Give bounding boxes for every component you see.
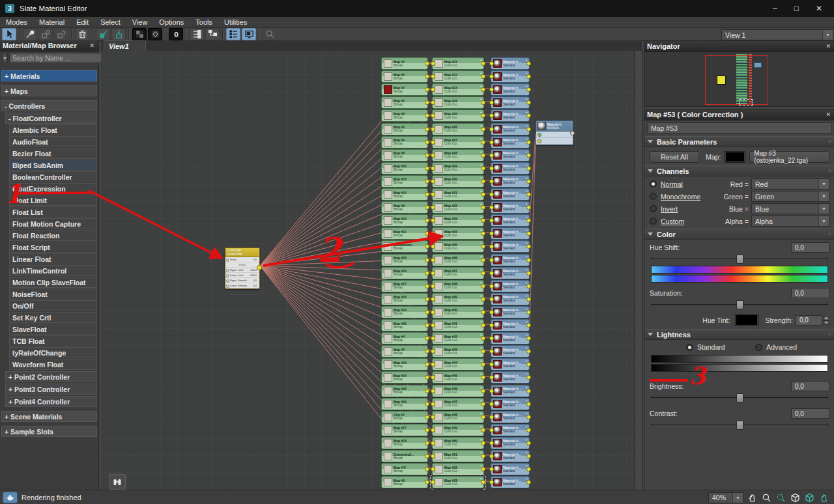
rollout-lightness[interactable]: Lightness ≡ [644,329,834,340]
browser-item-floatcontroller[interactable]: - FloatController [5,113,97,124]
node-color-correction[interactable]: Map #30Color Cor...+ [432,175,484,188]
node-graph-canvas[interactable]: Map #2BitmapMap #21Color Cor...+Material… [101,51,634,490]
node-material-standard[interactable]: Material #…Standard+ [491,306,530,318]
output-socket[interactable] [481,140,485,145]
node-material-standard[interactable]: Material #…Standard+ [491,463,530,475]
output-socket[interactable] [526,271,531,275]
output-socket[interactable] [526,428,531,432]
node-bitmap[interactable]: Map #11Bitmap [381,227,428,240]
output-socket[interactable] [526,441,531,445]
input-socket[interactable] [431,284,435,288]
channel-dropdown-alpha[interactable]: Alpha▼ [751,216,829,227]
browser-item-audiofloat[interactable]: AudioFloat [9,136,97,147]
output-socket[interactable] [481,441,485,445]
node-material-standard[interactable]: Material #…Standard+ [491,109,530,122]
node-bitmap[interactable]: Map #3Bitmap [381,123,428,135]
channel-dropdown-green[interactable]: Green▼ [751,191,829,202]
output-socket[interactable] [526,402,531,406]
node-color-correction[interactable]: Map #50Color Cor...+ [432,437,484,449]
output-socket[interactable] [526,127,531,132]
show-end-result-button[interactable] [148,28,162,40]
zoom-level-dropdown[interactable]: 40% ▼ [708,492,743,503]
node-color-correction[interactable]: Map #24Color Cor...+ [432,96,484,109]
input-socket[interactable] [431,153,435,158]
view-selector-dropdown[interactable]: View 1 ▼ [721,29,833,40]
browser-item-point4-controller[interactable]: + Point4 Controller [5,396,97,407]
output-socket[interactable] [481,258,485,262]
output-socket[interactable] [425,323,429,328]
node-material-standard[interactable]: Material #…Standard+ [491,411,530,423]
radio-label-custom[interactable]: Custom [661,217,719,225]
hue-shift-slider[interactable] [651,254,828,263]
contrast-value[interactable]: 0,0 [791,408,829,419]
saturation-slider[interactable] [651,300,828,309]
input-socket[interactable] [431,402,435,406]
rollout-basic-parameters[interactable]: Basic Parameters ≡ [644,136,834,147]
put-material-to-scene-button[interactable] [111,28,126,40]
output-socket[interactable] [526,454,531,458]
radio-label-monochrome[interactable]: Monochrome [661,193,719,201]
saturation-value[interactable]: 0,0 [791,288,829,298]
rollout-channels[interactable]: Channels ≡ [644,165,834,176]
node-bitmap[interactable]: Map #17Bitmap [381,424,428,436]
node-material-standard[interactable]: Material #…Standard+ [491,398,530,410]
browser-item-tyrateofchange[interactable]: tyRateOfChange [9,347,97,358]
show-shaded-material-in-viewport-button[interactable] [132,28,147,40]
output-socket[interactable] [526,61,531,66]
zoom-region-button[interactable] [775,492,787,503]
output-socket[interactable] [481,454,485,458]
output-socket[interactable] [481,415,485,419]
node-color-correction[interactable]: Map #28Color Cor...+ [432,149,484,161]
close-button[interactable]: ✕ [816,4,822,13]
output-socket[interactable] [526,166,531,171]
browser-item-biped-subanim[interactable]: Biped SubAnim [9,160,97,171]
node-bitmap[interactable]: Map #18Bitmap [381,437,428,449]
menu-material[interactable]: Material [33,18,70,27]
input-socket[interactable] [226,285,229,288]
node-material-standard[interactable]: Material #…Standard+ [491,96,530,109]
node-material-standard[interactable]: Material #…Standard+ [491,293,530,305]
node-color-correction[interactable]: Map #33Color Cor...+ [432,214,484,227]
node-material-standard[interactable]: Material #…Standard+ [491,123,530,135]
channel-dropdown-blue[interactable]: Blue▼ [751,203,829,214]
slider-handle[interactable] [736,393,743,402]
node-color-correction[interactable]: Map #41Color Cor...+ [432,319,484,331]
input-socket[interactable] [538,139,541,143]
node-color-correction[interactable]: Map #47Color Cor...+ [432,398,484,410]
node-color-correction[interactable]: Map #26Color Cor...+ [432,123,484,135]
browser-item-linear-float[interactable]: Linear Float [9,253,97,264]
browser-item-controllers[interactable]: - Controllers [1,100,97,111]
browser-item-alembic-float[interactable]: Alembic Float [9,124,97,135]
show-preview-button[interactable] [242,28,256,40]
layout-all-vertical-button[interactable] [190,28,204,40]
output-socket[interactable] [425,284,429,288]
zoom-extents-selected-button[interactable] [803,492,816,503]
node-color-correction[interactable]: Map #46Color Cor...+ [432,385,484,397]
node-material-standard[interactable]: Material #…Standard+ [491,437,530,449]
node-color-correction[interactable]: Map #32Color Cor...+ [432,201,484,214]
strength-spinner[interactable]: ▲▼ [823,316,829,325]
output-socket[interactable] [425,258,429,262]
browser-item-float-list[interactable]: Float List [9,206,97,217]
node-color-correction[interactable]: Map #35Color Cor...+ [432,240,484,253]
browser-item-floatexpression[interactable]: FloatExpression [9,183,97,194]
browser-item-noisefloat[interactable]: NoiseFloat [9,288,97,300]
input-socket[interactable] [431,310,435,315]
node-material-standard[interactable]: Material #…Standard+ [491,267,530,279]
output-socket[interactable] [425,297,429,301]
output-socket[interactable] [425,179,429,184]
menu-select[interactable]: Select [94,18,126,27]
output-socket[interactable] [481,310,485,315]
select-by-material-button[interactable] [263,28,277,40]
browser-item-sample-slots[interactable]: + Sample Slots [1,426,97,437]
node-material-standard[interactable]: Material #…Standard+ [491,214,530,227]
output-socket[interactable] [481,61,485,66]
node-color-correction[interactable]: Map #31Color Cor...+ [432,188,484,201]
input-socket[interactable] [489,441,494,445]
input-socket[interactable] [431,428,435,432]
output-socket[interactable] [481,323,485,328]
node-bitmap[interactable]: Map #17Bitmap [381,280,428,292]
close-icon[interactable]: ✕ [824,43,832,49]
node-bitmap[interactable]: parMeasure…Bitmap [381,240,428,253]
node-bitmap[interactable]: Map #9Bitmap [381,201,428,214]
